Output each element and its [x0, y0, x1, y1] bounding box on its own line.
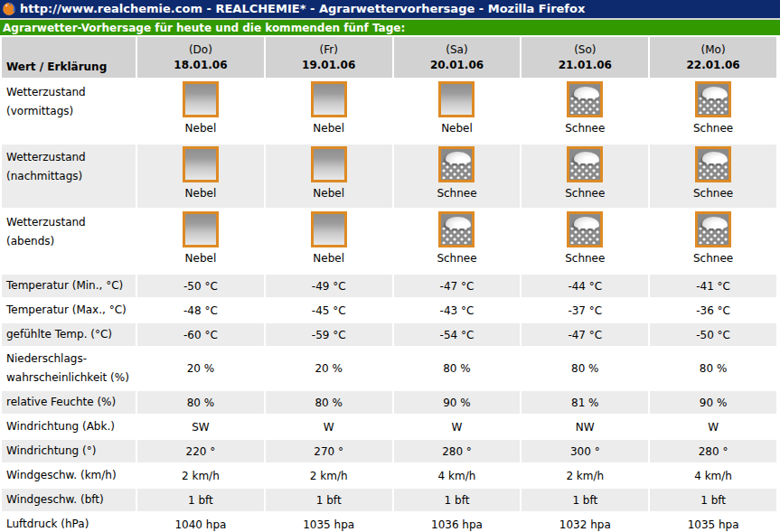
value-cell: W [394, 415, 521, 438]
table-row-temp-felt: gefühlte Temp. (°C) -60 °C -59 °C -54 °C… [2, 323, 776, 346]
weather-cell: Nebel [266, 79, 392, 143]
value-cell: -49 °C [266, 275, 392, 297]
row-label: relative Feuchte (%) [2, 391, 136, 414]
weather-cell: Schnee [650, 145, 776, 208]
value-cell: NW [522, 415, 648, 438]
weather-label: Schnee [650, 187, 776, 200]
date-label: 19.01.06 [266, 58, 392, 73]
weather-icon [183, 81, 219, 117]
value-cell: -48 °C [137, 299, 264, 322]
weather-label: Schnee [522, 252, 648, 265]
weather-label: Schnee [394, 252, 521, 265]
weather-label: Schnee [394, 187, 521, 200]
value-cell: 280 ° [650, 440, 776, 462]
value-cell: 20 % [266, 348, 392, 389]
row-label: Luftdruck (hPa) [2, 513, 136, 532]
value-cell: 2 km/h [137, 464, 264, 487]
value-cell: -50 °C [137, 275, 264, 297]
weather-label: Nebel [266, 252, 392, 265]
value-cell: 1032 hpa [522, 513, 648, 532]
value-cell: 1 bft [522, 489, 648, 511]
value-cell: 90 % [394, 391, 521, 414]
table-row-wind-speed-kmh: Windgeschw. (km/h) 2 km/h 2 km/h 4 km/h … [2, 464, 776, 487]
value-cell: 80 % [394, 348, 521, 389]
value-cell: -50 °C [650, 323, 776, 346]
weather-label: Nebel [137, 122, 264, 135]
weather-cell: Schnee [522, 145, 648, 208]
day-label: (Do) [137, 42, 264, 58]
row-label: Temperatur (Min., °C) [2, 275, 136, 297]
date-label: 18.01.06 [137, 58, 264, 73]
table-row-humidity: relative Feuchte (%) 80 % 80 % 90 % 81 %… [2, 391, 776, 414]
weather-label: Nebel [394, 122, 521, 135]
weather-cell: Nebel [137, 145, 264, 208]
date-label: 20.01.06 [394, 58, 521, 73]
value-cell: -60 °C [137, 323, 264, 346]
value-cell: 81 % [522, 391, 648, 414]
weather-icon [567, 81, 603, 117]
value-cell: 1 bft [650, 489, 776, 511]
day-label: (Sa) [394, 42, 521, 58]
page-heading: Agrarwetter-Vorhersage für heute und die… [3, 22, 405, 34]
window-title: http://www.realchemie.com - REALCHEMIE* … [20, 0, 585, 18]
value-cell: -47 °C [522, 323, 648, 346]
row-label: Niederschlags- wahrscheinlichkeit (%) [2, 348, 136, 389]
value-cell: 4 km/h [394, 464, 521, 487]
value-cell: 1 bft [137, 489, 264, 511]
row-label: Windrichtung (Abk.) [2, 415, 136, 438]
table-row-temp-max: Temperatur (Max., °C) -48 °C -45 °C -43 … [2, 299, 776, 322]
value-cell: 280 ° [394, 440, 521, 462]
table-row-pressure: Luftdruck (hPa) 1040 hpa 1035 hpa 1036 h… [2, 513, 776, 532]
window-titlebar[interactable]: http://www.realchemie.com - REALCHEMIE* … [0, 0, 780, 20]
value-cell: -54 °C [394, 323, 521, 346]
column-header-mo: (Mo) 22.01.06 [650, 37, 776, 78]
browser-window: http://www.realchemie.com - REALCHEMIE* … [0, 0, 780, 532]
row-label: Wetterzustand (abends) [2, 210, 136, 273]
weather-icon [438, 211, 475, 247]
date-label: 21.01.06 [522, 58, 648, 73]
row-label: gefühlte Temp. (°C) [2, 323, 136, 346]
value-cell: -44 °C [522, 275, 648, 297]
weather-icon [311, 211, 347, 247]
weather-icon [183, 146, 219, 182]
weather-icon [695, 146, 731, 182]
weather-cell: Schnee [394, 145, 521, 208]
value-cell: 220 ° [137, 440, 264, 462]
value-cell: 1 bft [394, 489, 521, 511]
weather-label: Nebel [137, 187, 264, 200]
value-cell: 270 ° [266, 440, 392, 462]
value-cell: SW [137, 415, 264, 438]
table-row-wind-direction-abbr: Windrichtung (Abk.) SW W W NW W [2, 415, 776, 438]
table-row-wind-direction-deg: Windrichtung (°) 220 ° 270 ° 280 ° 300 °… [2, 440, 776, 462]
value-cell: 300 ° [522, 440, 648, 462]
value-cell: 2 km/h [522, 464, 648, 487]
firefox-icon[interactable] [2, 2, 16, 16]
table-row-wind-speed-bft: Windgeschw. (bft) 1 bft 1 bft 1 bft 1 bf… [2, 489, 776, 511]
value-cell: 1036 hpa [394, 513, 521, 532]
column-header-fr: (Fr) 19.01.06 [266, 37, 392, 78]
value-cell: 1035 hpa [650, 513, 776, 532]
weather-icon [695, 81, 731, 117]
value-cell: -37 °C [522, 299, 648, 322]
weather-cell: Nebel [266, 145, 392, 208]
column-header-so: (So) 21.01.06 [522, 37, 648, 78]
value-cell: -41 °C [650, 275, 776, 297]
page-content: Wert / Erklärung (Do) 18.01.06 (Fr) 19.0… [0, 35, 780, 532]
weather-label: Schnee [650, 122, 776, 135]
weather-label: Schnee [522, 122, 648, 135]
weather-cell: Schnee [522, 79, 648, 143]
date-label: 22.01.06 [650, 58, 776, 73]
value-cell: 4 km/h [650, 464, 776, 487]
weather-cell: Schnee [650, 210, 776, 273]
value-cell: -43 °C [394, 299, 521, 322]
day-label: (So) [522, 42, 648, 58]
row-label: Windrichtung (°) [2, 440, 136, 462]
value-cell: 1040 hpa [137, 513, 264, 532]
weather-icon [438, 146, 475, 182]
row-label: Windgeschw. (km/h) [2, 464, 136, 487]
forecast-table: Wert / Erklärung (Do) 18.01.06 (Fr) 19.0… [0, 35, 778, 532]
value-cell: 80 % [650, 348, 776, 389]
corner-header: Wert / Erklärung [2, 37, 136, 78]
value-cell: 20 % [137, 348, 264, 389]
weather-icon [695, 211, 731, 247]
